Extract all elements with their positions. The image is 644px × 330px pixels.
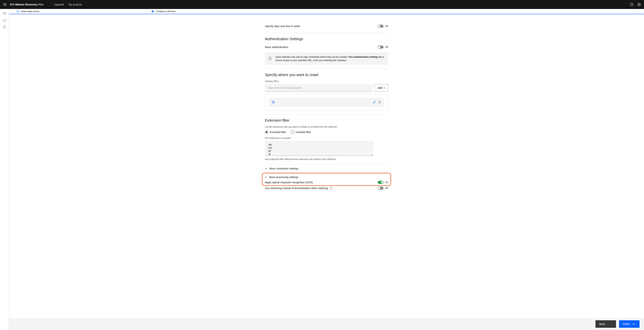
- auth-info-bold: Turn authentication settings on: [348, 56, 382, 58]
- top-header: IBM Watson Discovery Plus Upgrade My pro…: [0, 0, 644, 9]
- extfilter-title: Extension filter: [265, 118, 388, 123]
- chevron-down-icon: [265, 168, 267, 170]
- accordion-processing-label: More processing settings: [269, 176, 298, 179]
- radio-current-icon: [151, 10, 154, 13]
- extfilter-radio-group: Excluded filter Included filter: [265, 130, 388, 134]
- svg-point-10: [16, 10, 19, 13]
- main-content: Specify days and time in week Off Authen…: [9, 23, 644, 205]
- specify-days-toggle[interactable]: [378, 25, 384, 28]
- section-connection-accordion: More connection settings: [265, 164, 388, 173]
- accordion-connection-label: More connection settings: [270, 167, 298, 170]
- url-item: [269, 98, 384, 107]
- basic-auth-label: Basic authentication: [265, 46, 288, 49]
- basic-auth-state: Off: [385, 46, 388, 48]
- ocr-state: On: [385, 181, 388, 184]
- sidenav-item-2[interactable]: [2, 17, 8, 23]
- svg-rect-11: [269, 58, 271, 60]
- plus-icon: +: [384, 86, 385, 89]
- radio-excluded-label: Excluded filter: [270, 131, 286, 134]
- progress-step-2-label: Configure collection: [156, 10, 175, 13]
- sidenav-item-1[interactable]: [2, 11, 8, 17]
- add-url-button[interactable]: Add+: [374, 84, 388, 92]
- stemming-toggle[interactable]: [378, 187, 384, 190]
- starting-urls-label: Starting URLs: [265, 80, 388, 83]
- starting-url-input[interactable]: [265, 84, 372, 92]
- radio-included-circle: [291, 130, 294, 134]
- auth-info-pre: Some websites may ask for login credenti…: [275, 56, 348, 58]
- stemming-label: Use stemming instead of lemmatization wh…: [265, 187, 332, 190]
- svg-rect-9: [3, 26, 6, 28]
- svg-point-6: [638, 4, 640, 5]
- radio-excluded-circle: [265, 130, 268, 134]
- help-icon[interactable]: [630, 3, 634, 6]
- section-authentication: Authentication Settings Basic authentica…: [265, 33, 388, 69]
- info-icon[interactable]: [330, 187, 332, 190]
- stemming-row: Use stemming instead of lemmatization wh…: [265, 186, 388, 190]
- progress-step-1-label: Select data source: [21, 10, 39, 13]
- auth-title: Authentication Settings: [265, 37, 388, 41]
- radio-included[interactable]: Included filter: [291, 130, 311, 134]
- url-list: [265, 94, 388, 111]
- section-extension-filter: Extension filter List file extensions th…: [265, 114, 388, 164]
- basic-auth-toggle[interactable]: [378, 46, 384, 49]
- hamburger-menu-icon[interactable]: [3, 3, 7, 6]
- check-circle-icon: [16, 10, 20, 13]
- extfilter-desc: List file extensions that you want to in…: [265, 126, 388, 128]
- radio-excluded[interactable]: Excluded filter: [265, 130, 286, 134]
- svg-point-17: [331, 188, 331, 188]
- specify-days-state: Off: [385, 25, 388, 28]
- radio-included-label: Included filter: [296, 131, 311, 134]
- extfilter-help: Any supported files without these extens…: [265, 158, 388, 160]
- upgrade-link[interactable]: Upgrade: [54, 3, 64, 6]
- user-avatar-icon[interactable]: [637, 3, 641, 6]
- svg-rect-7: [3, 13, 6, 14]
- sidenav-item-3[interactable]: [2, 24, 8, 30]
- extensions-label: File extensions to exclude: [265, 137, 388, 139]
- ocr-label: Apply optical character recognition (OCR…: [265, 181, 313, 184]
- accordion-processing-header[interactable]: More processing settings: [265, 174, 388, 180]
- specify-days-label: Specify days and time in week: [265, 25, 300, 28]
- progress-step-select-source[interactable]: Select data source: [16, 9, 39, 14]
- crawl-title: Specify where you want to crawl: [265, 73, 388, 77]
- ocr-toggle[interactable]: [378, 181, 384, 184]
- auth-info-box: Some websites may ask for login credenti…: [265, 52, 388, 65]
- extensions-textarea[interactable]: [265, 141, 373, 156]
- lock-icon: [268, 56, 272, 61]
- brand-label: IBM Watson Discovery Plus: [10, 3, 44, 6]
- progress-indicator: Select data source Configure collection: [9, 9, 644, 14]
- side-nav: [0, 9, 9, 205]
- edit-icon[interactable]: [373, 101, 376, 104]
- my-projects-link[interactable]: My projects: [68, 3, 82, 6]
- section-schedule: Specify days and time in week Off: [265, 23, 388, 33]
- trash-icon[interactable]: [378, 101, 381, 104]
- globe-icon: [272, 101, 275, 104]
- accordion-connection-header[interactable]: More connection settings: [265, 164, 388, 173]
- progress-step-configure[interactable]: Configure collection: [151, 9, 175, 14]
- section-crawl: Specify where you want to crawl Starting…: [265, 69, 388, 114]
- stemming-state: Off: [385, 187, 388, 190]
- processing-highlight-box: More processing settings Apply optical c…: [262, 173, 391, 186]
- chevron-up-icon: [265, 176, 267, 178]
